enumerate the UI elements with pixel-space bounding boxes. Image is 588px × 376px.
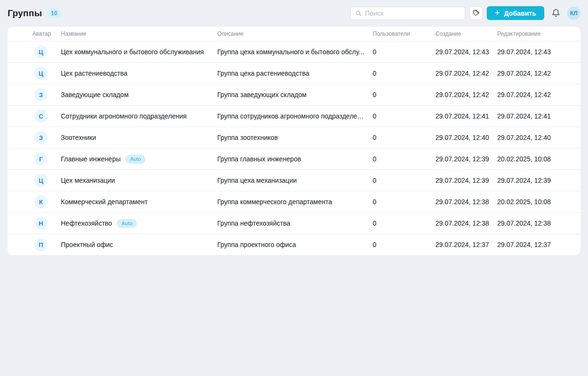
avatar-initial: К [39, 198, 43, 206]
search-icon [355, 10, 362, 17]
group-description: Группа заведующих складом [217, 91, 373, 99]
group-created-date: 29.07.2024, 12:37 [435, 241, 497, 248]
avatar-initial: Ц [39, 70, 43, 77]
table-header-row: Аватар Название Описание Пользователи Со… [8, 27, 580, 41]
search-box[interactable] [350, 7, 465, 20]
group-avatar: З [34, 131, 48, 144]
page-title: Группы [8, 8, 42, 19]
group-avatar: Н [34, 217, 48, 230]
group-name-cell: Цех механизации [61, 177, 217, 184]
table-row[interactable]: Г Главные инженеры Auto Группа главных и… [8, 148, 580, 169]
group-edited-date: 29.07.2024, 12:39 [497, 177, 580, 184]
group-avatar: П [34, 238, 48, 251]
group-description: Группа сотрудников агрономного подраздел… [217, 112, 373, 120]
group-name: Цех растениеводства [61, 69, 127, 77]
avatar-cell: К [32, 195, 61, 208]
group-name-cell: Цех коммунального и бытового обслуживани… [61, 48, 217, 56]
group-edited-date: 20.02.2025, 10:08 [497, 155, 580, 163]
group-description: Группа цеха растениеводства [217, 69, 373, 77]
group-avatar: Ц [34, 67, 48, 80]
group-description: Группа нефтехозяйства [217, 219, 373, 227]
avatar-initial: Н [39, 220, 43, 227]
table-row[interactable]: Ц Цех механизации Группа цеха механизаци… [8, 169, 580, 191]
notifications-button[interactable] [549, 7, 562, 20]
group-users-count: 0 [373, 48, 435, 56]
group-created-date: 29.07.2024, 12:39 [435, 177, 497, 184]
top-bar: Группы 10 + Добавить [0, 0, 588, 27]
table-row[interactable]: Ц Цех растениеводства Группа цеха растен… [8, 62, 580, 84]
group-users-count: 0 [373, 219, 435, 227]
group-description: Группа главных инженеров [217, 155, 373, 163]
table-row[interactable]: Н Нефтехозяйство Auto Группа нефтехозяйс… [8, 212, 580, 234]
group-users-count: 0 [373, 155, 435, 163]
group-created-date: 29.07.2024, 12:40 [435, 134, 497, 141]
group-edited-date: 29.07.2024, 12:40 [497, 134, 580, 141]
table-row[interactable]: З Зоотехники Группа зоотехников 0 29.07.… [8, 127, 580, 148]
group-description: Группа цеха коммунального и бытового обс… [217, 48, 373, 56]
tag-icon [472, 9, 480, 17]
group-name: Зоотехники [61, 134, 96, 141]
group-name: Заведующие складом [61, 91, 129, 99]
group-name: Цех механизации [61, 177, 115, 184]
table-row[interactable]: С Сотрудники агрономного подразделения Г… [8, 105, 580, 127]
column-header-users: Пользователи [373, 30, 435, 37]
group-avatar: Г [34, 152, 48, 166]
groups-count-badge: 10 [47, 9, 61, 18]
group-users-count: 0 [373, 112, 435, 120]
tags-button[interactable] [469, 6, 483, 20]
group-created-date: 29.07.2024, 12:42 [435, 69, 497, 77]
group-created-date: 29.07.2024, 12:42 [435, 91, 497, 99]
column-header-description: Описание [217, 30, 373, 37]
user-avatar[interactable]: КЛ [567, 7, 580, 20]
search-input[interactable] [365, 10, 461, 17]
group-users-count: 0 [373, 241, 435, 248]
avatar-initial: Ц [39, 177, 43, 184]
column-header-avatar: Аватар [32, 30, 61, 37]
group-edited-date: 29.07.2024, 12:41 [497, 112, 580, 120]
avatar-cell: Ц [32, 174, 61, 187]
group-name: Коммерческий департамент [61, 198, 148, 206]
avatar-initial: Г [39, 156, 42, 163]
group-name-cell: Сотрудники агрономного подразделения [61, 112, 217, 120]
avatar-cell: П [32, 238, 61, 251]
group-name-cell: Коммерческий департамент [61, 198, 217, 206]
add-button-label: Добавить [504, 10, 536, 17]
table-row[interactable]: П Проектный офис Группа проектного офиса… [8, 234, 580, 255]
group-created-date: 29.07.2024, 12:41 [435, 112, 497, 120]
group-users-count: 0 [373, 177, 435, 184]
column-header-edited: Редактирование [497, 30, 580, 37]
avatar-cell: С [32, 109, 61, 123]
table-row[interactable]: З Заведующие складом Группа заведующих с… [8, 84, 580, 105]
add-button[interactable]: + Добавить [487, 6, 544, 20]
avatar-initial: С [39, 113, 43, 120]
group-name-cell: Заведующие складом [61, 91, 217, 99]
group-users-count: 0 [373, 198, 435, 206]
avatar-cell: Ц [32, 67, 61, 80]
group-edited-date: 20.02.2025, 10:08 [497, 198, 580, 206]
group-name-cell: Зоотехники [61, 134, 217, 141]
avatar-cell: З [32, 131, 61, 144]
table-body: Ц Цех коммунального и бытового обслужива… [8, 41, 580, 255]
group-name: Главные инженеры [61, 155, 121, 163]
group-users-count: 0 [373, 134, 435, 141]
topbar-actions: + Добавить КЛ [350, 6, 580, 20]
avatar-cell: Н [32, 217, 61, 230]
avatar-initial: Ц [39, 49, 43, 56]
group-description: Группа коммерческого департамента [217, 198, 373, 206]
group-edited-date: 29.07.2024, 12:38 [497, 219, 580, 227]
group-description: Группа проектного офиса [217, 241, 373, 248]
group-name: Цех коммунального и бытового обслуживани… [61, 48, 204, 56]
bell-icon [551, 9, 560, 18]
avatar-initial: З [39, 134, 43, 141]
table-row[interactable]: Ц Цех коммунального и бытового обслужива… [8, 41, 580, 62]
group-description: Группа цеха механизации [217, 177, 373, 184]
avatar-initial: З [39, 91, 43, 99]
table-row[interactable]: К Коммерческий департамент Группа коммер… [8, 191, 580, 212]
group-edited-date: 29.07.2024, 12:37 [497, 241, 580, 248]
avatar-initial: П [39, 241, 43, 248]
groups-table: Аватар Название Описание Пользователи Со… [8, 27, 580, 255]
group-avatar: З [34, 88, 48, 101]
plus-icon: + [495, 9, 500, 17]
column-header-name: Название [61, 30, 217, 37]
group-description: Группа зоотехников [217, 134, 373, 141]
